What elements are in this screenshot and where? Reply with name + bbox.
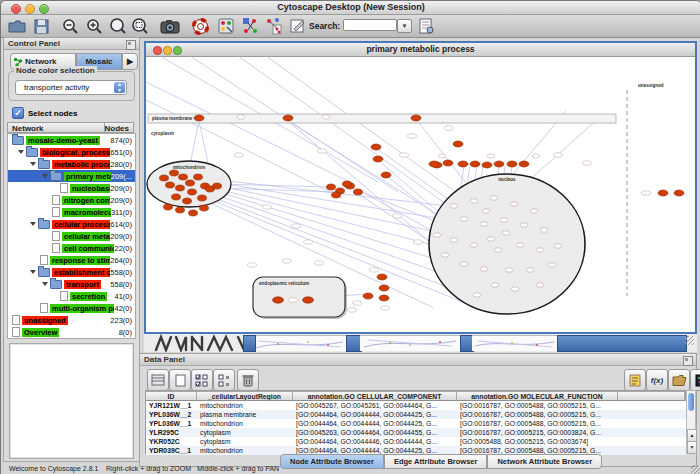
help-button[interactable] (189, 16, 211, 36)
tree-header-network[interactable]: Network (12, 124, 44, 133)
table-row[interactable]: YLR295Ccytoplasm[GO:0045263, GO:0044464,… (146, 428, 687, 437)
birdseye-view[interactable] (9, 343, 134, 459)
tree-row[interactable]: metabolic process280(0) (8, 158, 135, 170)
table-row[interactable]: YPL036W__1mitochondrion[GO:0044464, GO:0… (146, 419, 687, 428)
tree-row[interactable]: unassigned223(0) (8, 314, 135, 326)
save-session-button[interactable] (30, 16, 52, 36)
table-icon (151, 374, 165, 386)
tree-row[interactable]: cellular process614(0) (8, 218, 135, 230)
unselect-attributes-button[interactable] (213, 369, 235, 391)
zoom-out-button[interactable] (59, 16, 81, 36)
formula-builder-button[interactable]: f(x) (646, 369, 668, 391)
scrollbar-thumb[interactable] (688, 393, 694, 411)
annotation-button[interactable] (287, 16, 309, 36)
open-session-button[interactable] (6, 16, 28, 36)
tab-overflow-arrow[interactable]: ▶ (122, 53, 138, 70)
background-window-edge[interactable] (557, 335, 687, 352)
tree-row[interactable]: cell communicat22(0) (8, 242, 135, 254)
cytoplasm-label: cytoplasm (151, 131, 174, 136)
node-color-combobox[interactable]: transporter activity ▲▼ (15, 80, 127, 95)
close-button[interactable] (11, 4, 21, 14)
column-header-cellular[interactable]: annotation.GO CELLULAR_COMPONENT (293, 391, 457, 401)
tree-header-nodes[interactable]: Nodes (105, 124, 129, 133)
tree-row[interactable]: multi-organism pro42(0) (8, 302, 135, 314)
main-toolbar: Search: ▼ (1, 15, 700, 38)
tree-row[interactable]: transport558(0) (8, 278, 135, 290)
column-header-filler (618, 391, 685, 401)
background-windows-strip (144, 334, 697, 352)
control-panel-header: Control Panel (4, 38, 139, 50)
page-config-icon (419, 18, 434, 34)
background-network-glyphs (154, 334, 249, 352)
zoom-selected-button[interactable] (129, 16, 151, 36)
column-header-region[interactable]: _cellularLayoutRegion (197, 391, 293, 401)
search-dropdown-button[interactable]: ▼ (397, 19, 412, 33)
tree-row[interactable]: nucleobase-209(0) (8, 182, 135, 194)
background-window-thumb[interactable] (472, 335, 557, 351)
tree-row[interactable]: Overview8(0) (8, 326, 135, 338)
network-canvas[interactable]: plasma membrane cytoplasm mitochondrion … (146, 56, 695, 330)
layout-button-1[interactable] (239, 16, 261, 36)
app-window: Cytoscape Desktop (New Session) (0, 0, 700, 474)
minimize-button[interactable] (25, 4, 35, 14)
status-pan-hint: Middle-click + drag to PAN (197, 465, 279, 472)
search-config-button[interactable] (415, 16, 437, 36)
select-nodes-checkbox[interactable]: ✓ (12, 107, 24, 119)
background-window-thumb[interactable] (360, 335, 460, 351)
gene-nodes[interactable] (160, 115, 685, 303)
tree-row[interactable]: macromolecule311(0) (8, 206, 135, 218)
delete-attribute-button[interactable] (237, 369, 259, 391)
table-row[interactable]: YPL036W__2plasma membrane[GO:0044464, GO… (146, 410, 687, 419)
zoom-icon[interactable] (173, 46, 182, 55)
zoom-button[interactable] (39, 4, 49, 14)
network-window-title-bar[interactable]: primary metabolic process (146, 43, 695, 57)
tree-row[interactable]: mosaic-demo-yeast874(0) (8, 134, 135, 146)
nucleus-label: nucleus (498, 177, 516, 182)
table-row[interactable]: YJR121W__1mitochondrion[GO:0045267, GO:0… (146, 401, 687, 410)
main-title-bar[interactable]: Cytoscape Desktop (New Session) (1, 1, 700, 15)
zoom-fit-button[interactable] (107, 16, 129, 36)
tree-row[interactable]: cellular metabo209(0) (8, 230, 135, 242)
app-resize-grip[interactable] (691, 465, 700, 474)
zoom-out-icon (62, 18, 79, 35)
vizmapper-button[interactable] (215, 16, 237, 36)
layout-nodes-icon (241, 17, 259, 35)
tree-row[interactable]: nitrogen compo209(0) (8, 194, 135, 206)
select-attributes-button[interactable] (191, 369, 213, 391)
search-input[interactable] (343, 19, 397, 31)
new-attribute-button[interactable] (169, 369, 191, 391)
tree-row-selected[interactable]: primary metabo209(... (8, 170, 135, 182)
close-icon[interactable] (153, 46, 162, 55)
table-scrollbar[interactable]: ▲ ▼ (686, 390, 696, 454)
attribute-table-button[interactable] (147, 369, 169, 391)
attribute-list-button[interactable] (624, 369, 646, 391)
vizmapper-icon (218, 18, 234, 34)
layout-arrow-icon (265, 17, 283, 35)
layout-button-2[interactable] (263, 16, 285, 36)
nucleus-region (429, 174, 585, 314)
minimize-icon[interactable] (163, 46, 172, 55)
background-window-edge[interactable] (243, 335, 256, 352)
tree-row[interactable]: biological_process651(0) (8, 146, 135, 158)
column-header-id[interactable]: ID (146, 391, 197, 401)
window-resize-grip[interactable] (685, 336, 694, 345)
network-tab-icon (13, 57, 23, 67)
control-panel: Control Panel Network Mosaic ▶ Node colo… (3, 37, 140, 462)
select-nodes-label: Select nodes (28, 109, 77, 118)
matrix-view-button[interactable] (690, 369, 700, 391)
background-window-thumb[interactable] (253, 335, 346, 351)
endoplasmic-reticulum-label: endoplasmic reticulum (259, 281, 309, 286)
import-attributes-button[interactable] (668, 369, 690, 391)
data-panel-float-icon[interactable] (683, 356, 693, 366)
trash-icon (242, 373, 254, 387)
tree-row[interactable]: establishment of lo558(0) (8, 266, 135, 278)
zoom-selected-icon (131, 18, 149, 35)
float-panel-icon[interactable] (126, 40, 136, 50)
table-row[interactable]: YKR052Ccytoplasm[GO:0044464, GO:0044446,… (146, 437, 687, 446)
scroll-down-arrow[interactable]: ▼ (687, 441, 697, 454)
snapshot-button[interactable] (159, 16, 181, 36)
tree-row[interactable]: response to stimulu264(0) (8, 254, 135, 266)
zoom-in-button[interactable] (83, 16, 105, 36)
column-header-molecular[interactable]: annotation.GO MOLECULAR_FUNCTION (457, 391, 618, 401)
tree-row[interactable]: secretion41(0) (8, 290, 135, 302)
